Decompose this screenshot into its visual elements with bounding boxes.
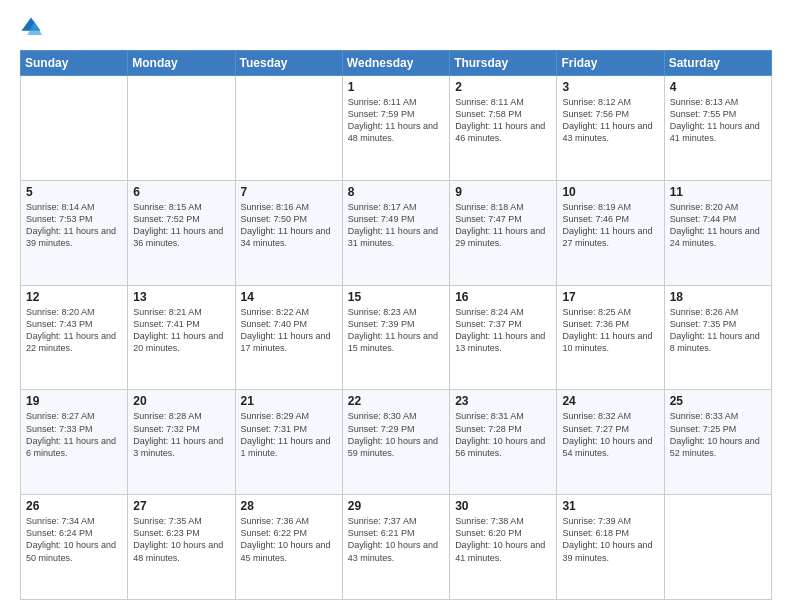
- day-info: Sunrise: 8:32 AM Sunset: 7:27 PM Dayligh…: [562, 410, 658, 459]
- day-info: Sunrise: 8:20 AM Sunset: 7:43 PM Dayligh…: [26, 306, 122, 355]
- day-info: Sunrise: 7:37 AM Sunset: 6:21 PM Dayligh…: [348, 515, 444, 564]
- calendar-header-row: SundayMondayTuesdayWednesdayThursdayFrid…: [21, 51, 772, 76]
- calendar-cell: 7Sunrise: 8:16 AM Sunset: 7:50 PM Daylig…: [235, 180, 342, 285]
- calendar-table: SundayMondayTuesdayWednesdayThursdayFrid…: [20, 50, 772, 600]
- calendar-cell: 15Sunrise: 8:23 AM Sunset: 7:39 PM Dayli…: [342, 285, 449, 390]
- calendar-cell: 13Sunrise: 8:21 AM Sunset: 7:41 PM Dayli…: [128, 285, 235, 390]
- calendar-cell: 6Sunrise: 8:15 AM Sunset: 7:52 PM Daylig…: [128, 180, 235, 285]
- logo-icon: [20, 16, 42, 38]
- calendar-week-row: 5Sunrise: 8:14 AM Sunset: 7:53 PM Daylig…: [21, 180, 772, 285]
- calendar-cell: 10Sunrise: 8:19 AM Sunset: 7:46 PM Dayli…: [557, 180, 664, 285]
- day-number: 23: [455, 394, 551, 408]
- day-number: 26: [26, 499, 122, 513]
- day-info: Sunrise: 7:38 AM Sunset: 6:20 PM Dayligh…: [455, 515, 551, 564]
- day-number: 27: [133, 499, 229, 513]
- day-number: 28: [241, 499, 337, 513]
- day-info: Sunrise: 8:11 AM Sunset: 7:58 PM Dayligh…: [455, 96, 551, 145]
- calendar-cell: 5Sunrise: 8:14 AM Sunset: 7:53 PM Daylig…: [21, 180, 128, 285]
- calendar-cell: 8Sunrise: 8:17 AM Sunset: 7:49 PM Daylig…: [342, 180, 449, 285]
- day-info: Sunrise: 8:15 AM Sunset: 7:52 PM Dayligh…: [133, 201, 229, 250]
- calendar-cell: 1Sunrise: 8:11 AM Sunset: 7:59 PM Daylig…: [342, 76, 449, 181]
- day-info: Sunrise: 8:13 AM Sunset: 7:55 PM Dayligh…: [670, 96, 766, 145]
- day-info: Sunrise: 8:20 AM Sunset: 7:44 PM Dayligh…: [670, 201, 766, 250]
- day-number: 6: [133, 185, 229, 199]
- calendar-cell: 30Sunrise: 7:38 AM Sunset: 6:20 PM Dayli…: [450, 495, 557, 600]
- calendar-cell: [128, 76, 235, 181]
- day-number: 10: [562, 185, 658, 199]
- day-info: Sunrise: 7:35 AM Sunset: 6:23 PM Dayligh…: [133, 515, 229, 564]
- day-number: 21: [241, 394, 337, 408]
- calendar-cell: 18Sunrise: 8:26 AM Sunset: 7:35 PM Dayli…: [664, 285, 771, 390]
- day-number: 16: [455, 290, 551, 304]
- calendar-cell: 31Sunrise: 7:39 AM Sunset: 6:18 PM Dayli…: [557, 495, 664, 600]
- calendar-cell: [235, 76, 342, 181]
- day-number: 18: [670, 290, 766, 304]
- day-info: Sunrise: 8:11 AM Sunset: 7:59 PM Dayligh…: [348, 96, 444, 145]
- day-info: Sunrise: 8:26 AM Sunset: 7:35 PM Dayligh…: [670, 306, 766, 355]
- calendar-cell: 19Sunrise: 8:27 AM Sunset: 7:33 PM Dayli…: [21, 390, 128, 495]
- calendar-cell: 16Sunrise: 8:24 AM Sunset: 7:37 PM Dayli…: [450, 285, 557, 390]
- day-of-week-header: Friday: [557, 51, 664, 76]
- calendar-cell: 4Sunrise: 8:13 AM Sunset: 7:55 PM Daylig…: [664, 76, 771, 181]
- day-number: 17: [562, 290, 658, 304]
- day-number: 9: [455, 185, 551, 199]
- day-info: Sunrise: 8:27 AM Sunset: 7:33 PM Dayligh…: [26, 410, 122, 459]
- day-number: 8: [348, 185, 444, 199]
- calendar-cell: [21, 76, 128, 181]
- day-info: Sunrise: 8:19 AM Sunset: 7:46 PM Dayligh…: [562, 201, 658, 250]
- day-number: 11: [670, 185, 766, 199]
- day-of-week-header: Saturday: [664, 51, 771, 76]
- day-info: Sunrise: 7:39 AM Sunset: 6:18 PM Dayligh…: [562, 515, 658, 564]
- calendar-week-row: 1Sunrise: 8:11 AM Sunset: 7:59 PM Daylig…: [21, 76, 772, 181]
- day-info: Sunrise: 8:22 AM Sunset: 7:40 PM Dayligh…: [241, 306, 337, 355]
- day-of-week-header: Sunday: [21, 51, 128, 76]
- day-number: 7: [241, 185, 337, 199]
- calendar-week-row: 12Sunrise: 8:20 AM Sunset: 7:43 PM Dayli…: [21, 285, 772, 390]
- day-info: Sunrise: 8:25 AM Sunset: 7:36 PM Dayligh…: [562, 306, 658, 355]
- day-info: Sunrise: 8:24 AM Sunset: 7:37 PM Dayligh…: [455, 306, 551, 355]
- page: SundayMondayTuesdayWednesdayThursdayFrid…: [0, 0, 792, 612]
- day-info: Sunrise: 7:34 AM Sunset: 6:24 PM Dayligh…: [26, 515, 122, 564]
- day-number: 19: [26, 394, 122, 408]
- calendar-week-row: 26Sunrise: 7:34 AM Sunset: 6:24 PM Dayli…: [21, 495, 772, 600]
- calendar-cell: 12Sunrise: 8:20 AM Sunset: 7:43 PM Dayli…: [21, 285, 128, 390]
- calendar-cell: [664, 495, 771, 600]
- day-number: 5: [26, 185, 122, 199]
- day-info: Sunrise: 8:33 AM Sunset: 7:25 PM Dayligh…: [670, 410, 766, 459]
- day-number: 20: [133, 394, 229, 408]
- day-of-week-header: Thursday: [450, 51, 557, 76]
- calendar-cell: 28Sunrise: 7:36 AM Sunset: 6:22 PM Dayli…: [235, 495, 342, 600]
- calendar-cell: 29Sunrise: 7:37 AM Sunset: 6:21 PM Dayli…: [342, 495, 449, 600]
- day-info: Sunrise: 8:17 AM Sunset: 7:49 PM Dayligh…: [348, 201, 444, 250]
- calendar-cell: 14Sunrise: 8:22 AM Sunset: 7:40 PM Dayli…: [235, 285, 342, 390]
- calendar-cell: 9Sunrise: 8:18 AM Sunset: 7:47 PM Daylig…: [450, 180, 557, 285]
- calendar-cell: 26Sunrise: 7:34 AM Sunset: 6:24 PM Dayli…: [21, 495, 128, 600]
- day-of-week-header: Monday: [128, 51, 235, 76]
- day-number: 3: [562, 80, 658, 94]
- day-info: Sunrise: 8:31 AM Sunset: 7:28 PM Dayligh…: [455, 410, 551, 459]
- day-of-week-header: Wednesday: [342, 51, 449, 76]
- day-of-week-header: Tuesday: [235, 51, 342, 76]
- calendar-cell: 23Sunrise: 8:31 AM Sunset: 7:28 PM Dayli…: [450, 390, 557, 495]
- day-number: 4: [670, 80, 766, 94]
- day-info: Sunrise: 8:16 AM Sunset: 7:50 PM Dayligh…: [241, 201, 337, 250]
- calendar-cell: 27Sunrise: 7:35 AM Sunset: 6:23 PM Dayli…: [128, 495, 235, 600]
- day-number: 29: [348, 499, 444, 513]
- day-number: 31: [562, 499, 658, 513]
- calendar-cell: 24Sunrise: 8:32 AM Sunset: 7:27 PM Dayli…: [557, 390, 664, 495]
- calendar-cell: 21Sunrise: 8:29 AM Sunset: 7:31 PM Dayli…: [235, 390, 342, 495]
- calendar-cell: 17Sunrise: 8:25 AM Sunset: 7:36 PM Dayli…: [557, 285, 664, 390]
- day-info: Sunrise: 8:29 AM Sunset: 7:31 PM Dayligh…: [241, 410, 337, 459]
- calendar-cell: 3Sunrise: 8:12 AM Sunset: 7:56 PM Daylig…: [557, 76, 664, 181]
- day-info: Sunrise: 8:30 AM Sunset: 7:29 PM Dayligh…: [348, 410, 444, 459]
- day-info: Sunrise: 8:23 AM Sunset: 7:39 PM Dayligh…: [348, 306, 444, 355]
- day-info: Sunrise: 8:18 AM Sunset: 7:47 PM Dayligh…: [455, 201, 551, 250]
- calendar-week-row: 19Sunrise: 8:27 AM Sunset: 7:33 PM Dayli…: [21, 390, 772, 495]
- day-info: Sunrise: 8:14 AM Sunset: 7:53 PM Dayligh…: [26, 201, 122, 250]
- day-number: 1: [348, 80, 444, 94]
- header: [20, 16, 772, 42]
- calendar-cell: 20Sunrise: 8:28 AM Sunset: 7:32 PM Dayli…: [128, 390, 235, 495]
- day-number: 22: [348, 394, 444, 408]
- calendar-cell: 22Sunrise: 8:30 AM Sunset: 7:29 PM Dayli…: [342, 390, 449, 495]
- day-number: 14: [241, 290, 337, 304]
